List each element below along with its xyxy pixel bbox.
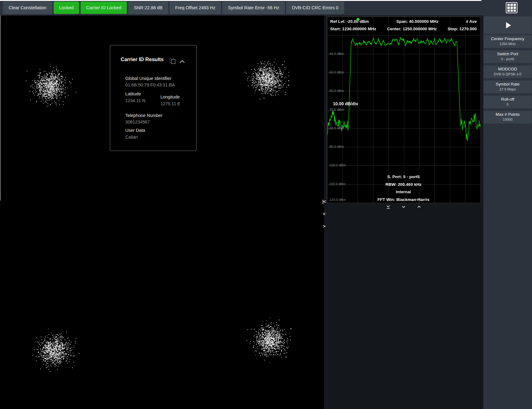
dvb-cid-crc-errors-button[interactable]: DVB-CID CRC Errors 0	[286, 2, 344, 14]
spectrum-panel: Ref Lvl: -20.00 dBm Span: 40.000000 MHz …	[327, 16, 481, 203]
spectrum-pane-controls	[327, 204, 480, 210]
sidebar-item-label: Max # Points	[484, 112, 532, 117]
stop-freq-readout: Stop: 1270.000	[447, 27, 477, 31]
db-per-div-readout: 10.00 dB/div	[333, 101, 358, 106]
snr-readout-button[interactable]: SNR 22.88 dB	[128, 2, 168, 14]
latitude-label: Latitude	[125, 91, 141, 96]
y-tick-label: -60.0 dBm	[328, 89, 344, 93]
sidebar-item-switch-port[interactable]: Switch Port 5 - port5	[484, 50, 532, 63]
y-tick-label: -50.0 dBm	[328, 70, 344, 74]
sidebar-item-label: Switch Port	[484, 52, 532, 56]
sidebar-item-modcod[interactable]: MODCOD DVB-S QPSK-1/2	[484, 65, 532, 78]
symbol-rate-error-readout-button[interactable]: Symbol Rate Error -56 Hz	[222, 2, 285, 14]
grid-cell	[507, 6, 510, 9]
start-acquisition-button[interactable]	[484, 16, 532, 34]
freq-offset-readout-button[interactable]: Freq Offset 2493 Hz	[170, 2, 221, 14]
rbw-readout: RBW: 200.460 kHz	[327, 181, 480, 189]
start-freq-readout: Start: 1230.000000 MHz	[330, 27, 376, 31]
sidebar-item-label: MODCOD	[484, 67, 532, 71]
locked-status-button[interactable]: Locked	[54, 2, 79, 14]
copy-icon[interactable]	[170, 58, 175, 64]
grid-cell	[513, 10, 516, 12]
longitude-label: Longitude	[160, 94, 180, 99]
y-tick-label: -70.0 dBm	[328, 108, 344, 111]
spectrum-pane: Ref Lvl: -20.00 dBm Span: 40.000000 MHz …	[324, 15, 483, 409]
grid-cell	[507, 4, 510, 6]
copy-icon-front	[171, 59, 175, 64]
y-tick-label: -90.0 dBm	[328, 145, 344, 148]
grid-cell	[510, 4, 513, 6]
toolbar: Clear Constellation Locked Carrier ID Lo…	[0, 0, 532, 15]
grid-cell	[507, 10, 510, 12]
pane-right-handle[interactable]: >	[321, 223, 327, 229]
sidebar-item-value: 1250 MHz	[484, 42, 532, 46]
sidebar-item-value: DVB-S QPSK-1/2	[484, 72, 532, 76]
settings-sidebar: Center Frequency 1250 MHz Switch Port 5 …	[483, 0, 532, 409]
carrier-id-results-card: Carrier ID Results Global Unique Identif…	[110, 45, 197, 151]
y-tick-label: -40.0 dBm	[328, 52, 344, 56]
grid-cell	[513, 6, 516, 9]
guid-value: 01:6B:50:79:F0:43:31:BA	[125, 82, 175, 88]
sidebar-item-roll-off[interactable]: Roll-off 5	[484, 96, 532, 108]
guid-label: Global Unique Identifier	[125, 76, 171, 81]
sidebar-item-value: 5 - port5	[484, 57, 532, 61]
fft-window-readout: FFT Win: Blackman-Harris	[327, 196, 480, 204]
sidebar-item-max-points[interactable]: Max # Points 10000	[484, 111, 532, 123]
sidebar-item-symbol-rate[interactable]: Symbol Rate 27.5 Msps	[484, 81, 532, 93]
ref-level-readout: Ref Lvl: -20.00 dBm	[330, 19, 369, 24]
center-freq-readout: Center: 1250.000000 MHz	[387, 27, 437, 31]
chevron-up-icon	[417, 204, 422, 209]
grid-cell	[510, 6, 513, 9]
sidebar-item-label: Center Frequency	[484, 36, 532, 41]
sidebar-item-value: 5	[484, 102, 532, 106]
sidebar-item-label: Roll-off	[484, 97, 532, 102]
sidebar-item-value: 10000	[484, 118, 532, 121]
span-readout: Span: 40.000000 MHz	[396, 19, 438, 24]
move-pane-up-button[interactable]	[414, 204, 424, 210]
collapse-left-handle[interactable]: |<	[321, 198, 327, 205]
sidebar-item-label: Symbol Rate	[484, 82, 532, 86]
longitude-value: 1275.11 E	[160, 101, 180, 107]
chevron-down-icon	[401, 204, 406, 209]
move-pane-down-button[interactable]	[399, 204, 408, 210]
sidebar-item-center-frequency[interactable]: Center Frequency 1250 MHz	[484, 35, 532, 48]
grid-cell	[510, 10, 513, 12]
clear-constellation-button[interactable]: Clear Constellation	[3, 2, 52, 14]
telephone-value: 3061234567	[125, 119, 150, 125]
latitude-value: 1234.11 N	[125, 98, 150, 104]
sidebar-item-value: 27.5 Msps	[484, 87, 532, 91]
pane-left-handle[interactable]: <	[321, 211, 327, 217]
user-data-value: Calian	[125, 134, 138, 140]
reference-source-readout: Internal	[327, 188, 480, 196]
carrier-id-results-title: Carrier ID Results	[121, 56, 164, 62]
apps-grid-icon[interactable]	[506, 2, 517, 13]
spectrum-info-block: S. Port: 5 - port5 RBW: 200.460 kHz Inte…	[327, 173, 480, 203]
averages-readout: # Ave	[466, 19, 477, 24]
telephone-label: Telephone Number	[125, 113, 163, 118]
left-scrollbar[interactable]	[0, 15, 1, 201]
carrier-id-locked-status-button[interactable]: Carrier ID Locked	[81, 2, 127, 14]
play-icon	[506, 22, 511, 28]
switch-port-readout: S. Port: 5 - port5	[327, 173, 480, 181]
grid-cell	[513, 4, 516, 6]
user-data-label: User Data	[125, 128, 145, 133]
collapse-card-chevron-up-icon[interactable]	[180, 60, 185, 65]
dock-bottom-button[interactable]	[384, 204, 393, 210]
chevron-down-bar-icon	[386, 204, 391, 209]
trace-marker-dot	[356, 18, 360, 21]
y-tick-label: -100.0 dBm	[328, 163, 346, 167]
top-highlight-line	[0, 0, 481, 1]
y-tick-label: -80.0 dBm	[328, 126, 344, 130]
